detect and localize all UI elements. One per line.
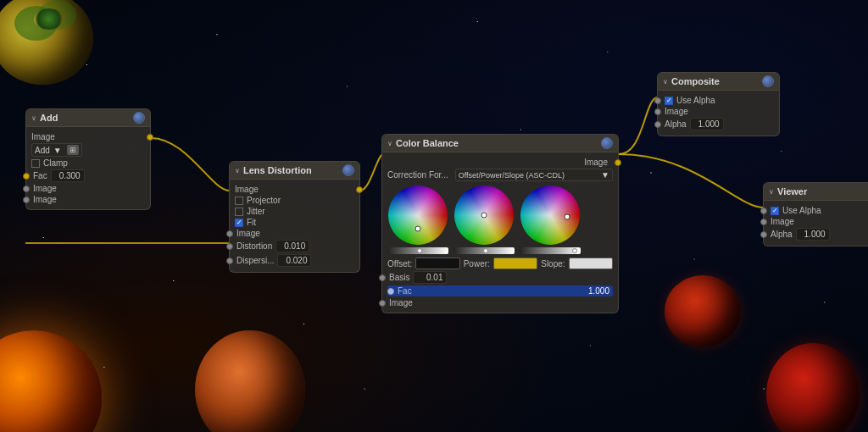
composite-node: ∨ Composite ✓ Use Alpha Image Alpha 1.00…	[657, 72, 780, 136]
colorbalance-power-field[interactable]	[493, 258, 537, 269]
colorbalance-correction-label: Correction For...	[387, 170, 448, 180]
add-fac-value[interactable]: 0.300	[51, 169, 85, 182]
lens-distortion-value[interactable]: 0.010	[275, 240, 309, 252]
add-type-select[interactable]: Add ▼ ⊞	[31, 143, 82, 157]
composite-use-alpha-label: Use Alpha	[676, 96, 715, 105]
colorbalance-collapse-icon[interactable]: ∨	[387, 140, 392, 147]
colorbalance-basis-value[interactable]: 0.01	[413, 271, 447, 284]
viewer-collapse-icon[interactable]: ∨	[769, 188, 774, 196]
colorbalance-offset-label: Offset:	[387, 259, 412, 269]
add-image-in1-socket[interactable]	[23, 186, 30, 192]
colorbalance-basis-socket[interactable]	[379, 274, 386, 281]
lens-image-out-socket[interactable]	[356, 186, 363, 193]
viewer-alpha-value[interactable]: 1.000	[796, 228, 830, 241]
lens-jitter-row: Jitter	[235, 207, 354, 216]
lens-node-header[interactable]: ∨ Lens Distortion	[230, 162, 359, 180]
colorbalance-fac-value: 1.000	[588, 286, 609, 296]
colorbalance-fac-socket[interactable]	[387, 288, 394, 295]
lens-fit-label: Fit	[247, 218, 256, 227]
colorbalance-slope-slider[interactable]	[520, 247, 581, 254]
colorbalance-power-label: Power:	[464, 259, 490, 269]
lens-jitter-label: Jitter	[247, 207, 265, 216]
viewer-node-header[interactable]: ∨ Viewer	[764, 183, 868, 201]
colorbalance-node-body: Image Correction For... Offset/Power/Slo…	[382, 152, 618, 313]
colorbalance-wheels	[387, 185, 613, 254]
viewer-use-alpha-label: Use Alpha	[782, 206, 821, 215]
colorbalance-slope-field[interactable]	[569, 258, 613, 269]
colorbalance-slope-wheel-circle[interactable]	[520, 185, 581, 246]
viewer-image-socket[interactable]	[760, 219, 767, 225]
lens-fit-row: ✓ Fit	[235, 218, 354, 227]
colorbalance-values-row: Offset: Power: Slope:	[387, 258, 613, 269]
colorbalance-fac-row[interactable]: Fac 1.000	[387, 285, 613, 296]
colorbalance-basis-row: Basis 0.01	[387, 271, 613, 284]
viewer-image-label: Image	[771, 217, 794, 226]
viewer-use-alpha-socket[interactable]	[760, 208, 767, 214]
colorbalance-image-out-socket[interactable]	[615, 159, 621, 166]
add-clamp-row: Clamp	[31, 158, 145, 168]
colorbalance-offset-slider[interactable]	[387, 247, 448, 254]
composite-alpha-value[interactable]: 1.000	[690, 118, 724, 130]
lens-fit-checkbox[interactable]: ✓	[235, 219, 243, 227]
composite-image-socket[interactable]	[654, 108, 661, 115]
add-image-out-socket[interactable]	[147, 134, 153, 141]
lens-node-title: Lens Distortion	[243, 165, 312, 175]
add-node: ∨ Add Image Add ▼ ⊞ Clamp Fac 0.300	[25, 108, 151, 210]
colorbalance-node: ∨ Color Balance Image Correction For... …	[381, 134, 619, 313]
composite-alpha-row: Alpha 1.000	[663, 118, 774, 130]
lens-projector-row: Projector	[235, 196, 354, 205]
lens-jitter-checkbox[interactable]	[235, 208, 243, 216]
add-image-in2-socket[interactable]	[23, 197, 30, 203]
colorbalance-offset-wheel-circle[interactable]	[387, 185, 448, 246]
add-fac-label: Fac	[33, 171, 47, 180]
add-node-body: Image Add ▼ ⊞ Clamp Fac 0.300 Image	[26, 127, 150, 209]
add-fac-socket[interactable]	[23, 173, 30, 180]
add-clamp-label: Clamp	[43, 158, 68, 168]
lens-node-icon	[342, 164, 354, 176]
planet-midright	[665, 275, 741, 347]
viewer-use-alpha-row: ✓ Use Alpha	[769, 206, 868, 215]
composite-node-title: Composite	[671, 76, 720, 86]
add-fac-row: Fac 0.300	[31, 169, 145, 182]
add-collapse-icon[interactable]: ∨	[31, 114, 36, 122]
composite-alpha-socket[interactable]	[654, 121, 661, 128]
colorbalance-node-header[interactable]: ∨ Color Balance	[382, 135, 618, 152]
composite-use-alpha-row: ✓ Use Alpha	[663, 96, 774, 105]
colorbalance-correction-row: Correction For... Offset/Power/Slope (AS…	[387, 169, 613, 181]
composite-alpha-label: Alpha	[665, 119, 687, 129]
colorbalance-image-in-row: Image	[387, 298, 613, 307]
colorbalance-basis-label: Basis	[389, 273, 409, 282]
lens-dispersion-socket[interactable]	[226, 258, 233, 264]
lens-collapse-icon[interactable]: ∨	[235, 167, 240, 174]
viewer-node-body: ✓ Use Alpha Image Alpha 1.000	[764, 201, 868, 246]
add-type-row: Add ▼ ⊞	[31, 143, 145, 157]
add-node-header[interactable]: ∨ Add	[26, 109, 150, 127]
lens-dispersion-value[interactable]: 0.020	[277, 254, 311, 267]
composite-node-icon	[762, 75, 774, 87]
composite-image-row: Image	[663, 107, 774, 116]
lens-distortion-socket[interactable]	[226, 243, 233, 250]
lens-distortion-row: Distortion 0.010	[235, 240, 354, 252]
viewer-node: ∨ Viewer ✓ Use Alpha Image Alpha 1.000	[763, 182, 868, 246]
lens-projector-checkbox[interactable]	[235, 197, 243, 205]
colorbalance-power-wheel-circle[interactable]	[453, 185, 515, 246]
lens-image-in-row: Image	[235, 229, 354, 238]
add-image-out-label: Image	[31, 132, 55, 141]
composite-use-alpha-checkbox[interactable]: ✓	[665, 97, 673, 105]
composite-use-alpha-socket[interactable]	[654, 97, 661, 104]
colorbalance-image-in-socket[interactable]	[379, 300, 386, 307]
colorbalance-mode-select[interactable]: Offset/Power/Slope (ASC-CDL) ▼	[455, 169, 613, 181]
lens-projector-label: Projector	[247, 196, 281, 205]
viewer-alpha-socket[interactable]	[760, 231, 767, 238]
viewer-use-alpha-checkbox[interactable]: ✓	[771, 207, 779, 215]
viewer-node-title: Viewer	[777, 186, 807, 197]
colorbalance-image-out-label: Image	[584, 158, 608, 167]
composite-collapse-icon[interactable]: ∨	[663, 78, 668, 86]
lens-image-in-socket[interactable]	[226, 230, 233, 237]
add-clamp-checkbox[interactable]	[31, 159, 40, 168]
colorbalance-offset-field[interactable]	[415, 258, 459, 269]
colorbalance-slope-wheel	[520, 185, 581, 254]
composite-node-header[interactable]: ∨ Composite	[658, 73, 779, 91]
colorbalance-node-title: Color Balance	[396, 138, 459, 148]
colorbalance-power-slider[interactable]	[453, 247, 515, 254]
